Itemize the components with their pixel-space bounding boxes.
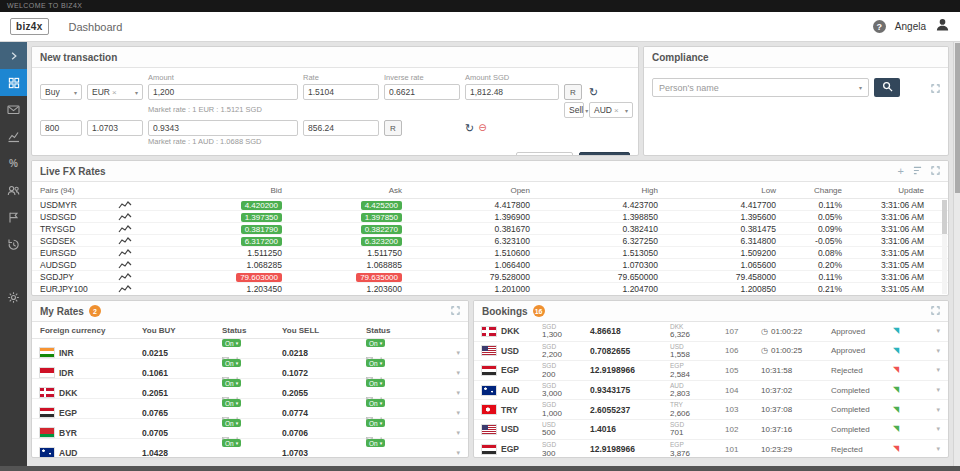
chart-icon[interactable] xyxy=(118,285,166,293)
sort-icon[interactable] xyxy=(913,165,922,177)
clear-icon[interactable]: × xyxy=(614,106,619,115)
rate-lock-button-sell[interactable]: R xyxy=(384,120,402,136)
fx-scrollbar[interactable] xyxy=(942,200,947,294)
help-icon[interactable]: ? xyxy=(873,20,886,33)
status-toggle[interactable]: On▾ xyxy=(366,439,385,447)
refresh-icon[interactable]: ↻ xyxy=(465,123,474,134)
status-toggle[interactable]: On▾ xyxy=(366,419,385,427)
row-expand-chevron-icon[interactable]: ▾ xyxy=(911,366,940,374)
status-toggle[interactable]: On▾ xyxy=(222,359,241,367)
row-expand-chevron-icon[interactable]: ▾ xyxy=(426,409,460,417)
booking-rate: 0.7082655 xyxy=(590,346,670,356)
fx-row[interactable]: TRYSGD 0.381790 0.382270 0.381670 0.3824… xyxy=(32,223,948,235)
add-pair-icon[interactable]: + xyxy=(898,165,904,177)
inverse-rate-input-sell[interactable] xyxy=(148,120,298,136)
compliance-search-button[interactable] xyxy=(874,78,900,97)
side-select-sell[interactable]: Sell▾ xyxy=(564,102,584,118)
chart-icon[interactable] xyxy=(118,249,166,257)
booking-row[interactable]: USD USD500 1.4016 SGD701 102 10:37:16 Co… xyxy=(474,420,948,440)
row-expand-chevron-icon[interactable]: ▾ xyxy=(911,425,940,433)
status-toggle[interactable]: On▾ xyxy=(222,339,241,347)
expand-icon[interactable] xyxy=(931,165,940,177)
row-expand-chevron-icon[interactable]: ▾ xyxy=(426,389,460,397)
booking-row[interactable]: TRY SGD1,000 2.6055237 TRY2,606 103 10:3… xyxy=(474,400,948,420)
expand-icon[interactable] xyxy=(451,305,460,317)
row-expand-chevron-icon[interactable]: ▾ xyxy=(911,327,940,335)
clear-icon[interactable]: × xyxy=(112,88,117,97)
currency-select-eur[interactable]: EUR×▾ xyxy=(87,84,143,100)
inverse-rate-input-buy[interactable] xyxy=(384,84,460,100)
row-expand-chevron-icon[interactable]: ▾ xyxy=(426,369,460,377)
row-expand-chevron-icon[interactable]: ▾ xyxy=(911,445,940,453)
status-toggle[interactable]: On▾ xyxy=(222,379,241,387)
status-toggle[interactable]: On▾ xyxy=(366,339,385,347)
rate-row[interactable]: IDR 0.1061 On▾ 0.1072 On▾ ▾ xyxy=(32,359,468,379)
rate-row[interactable]: BYR 0.0705 On▾ 0.0706 On▾ ▾ xyxy=(32,419,468,439)
sidebar-item-messages[interactable] xyxy=(0,96,27,123)
remove-row-icon[interactable]: ⊖ xyxy=(478,123,486,133)
fx-row[interactable]: EURJPY100 1.203450 1.203600 1.201000 1.2… xyxy=(32,283,948,295)
expand-icon[interactable] xyxy=(931,79,940,97)
avatar-icon[interactable] xyxy=(935,17,950,36)
window-scrollbar[interactable] xyxy=(953,42,960,466)
rate-row[interactable]: DKK 0.2051 On▾ 0.2055 On▾ ▾ xyxy=(32,379,468,399)
fx-row[interactable]: USDMYR 4.420200 4.425200 4.417800 4.4237… xyxy=(32,199,948,211)
fx-row[interactable]: EURSGD 1.511250 1.511750 1.510600 1.5130… xyxy=(32,247,948,259)
chart-icon[interactable] xyxy=(118,273,166,281)
chart-icon[interactable] xyxy=(118,213,166,221)
row-expand-chevron-icon[interactable]: ▾ xyxy=(426,349,460,357)
sidebar-item-dashboard[interactable] xyxy=(0,69,27,96)
status-toggle[interactable]: On▾ xyxy=(366,359,385,367)
chart-icon[interactable] xyxy=(118,261,166,269)
rate-lock-button-buy[interactable]: R xyxy=(564,84,582,100)
fx-row[interactable]: SGDSEK 6.317200 6.323200 6.323100 6.3272… xyxy=(32,235,948,247)
refresh-icon[interactable]: ↻ xyxy=(589,87,598,98)
row-expand-chevron-icon[interactable]: ▾ xyxy=(426,429,460,437)
row-expand-chevron-icon[interactable]: ▾ xyxy=(911,386,940,394)
row-expand-chevron-icon[interactable]: ▾ xyxy=(911,347,940,355)
status-toggle[interactable]: On▾ xyxy=(366,399,385,407)
sidebar-expand-icon[interactable] xyxy=(0,42,27,69)
rate-row[interactable]: EGP 0.0765 On▾ 0.0774 On▾ ▾ xyxy=(32,399,468,419)
status-toggle[interactable]: On▾ xyxy=(366,379,385,387)
row-expand-chevron-icon[interactable]: ▾ xyxy=(426,449,460,457)
chart-icon[interactable] xyxy=(118,201,166,209)
rate-input-buy[interactable] xyxy=(303,84,379,100)
sidebar-item-charts[interactable] xyxy=(0,123,27,150)
side-select-buy[interactable]: Buy▾ xyxy=(40,84,82,100)
sidebar-item-customers[interactable] xyxy=(0,177,27,204)
rate-row[interactable]: AUD 1.0428 On▾ 1.0703 On▾ ▾ xyxy=(32,439,468,458)
chart-icon[interactable] xyxy=(118,237,166,245)
expand-icon[interactable] xyxy=(931,305,940,317)
booking-row[interactable]: AUD SGD3,000 0.9343175 AUD2,803 104 10:3… xyxy=(474,381,948,401)
person-name-select[interactable]: Person's name▾ xyxy=(652,78,869,97)
booking-row[interactable]: DKK SGD1,300 4.86618 DKK6,326 107 ◷01:00… xyxy=(474,322,948,342)
sidebar-item-campaigns[interactable] xyxy=(0,204,27,231)
sidebar-item-settings[interactable] xyxy=(0,284,27,311)
status-toggle[interactable]: On▾ xyxy=(222,399,241,407)
currency-select-aud[interactable]: AUD×▾ xyxy=(589,102,633,118)
amount-sgd-input-sell[interactable] xyxy=(303,120,379,136)
booking-id: 102 xyxy=(725,425,761,434)
sidebar-item-rates[interactable]: % xyxy=(0,150,27,177)
row-expand-chevron-icon[interactable]: ▾ xyxy=(911,406,940,414)
reset-all-button[interactable]: Reset all xyxy=(516,152,573,156)
username-label[interactable]: Angela xyxy=(895,21,926,32)
amount-input-buy[interactable] xyxy=(148,84,298,100)
status-toggle[interactable]: On▾ xyxy=(222,439,241,447)
rate-row[interactable]: INR 0.0215 On▾ 0.0218 On▾ ▾ xyxy=(32,339,468,359)
status-toggle[interactable]: On▾ xyxy=(222,419,241,427)
amount-input-sell[interactable] xyxy=(40,120,82,136)
chart-icon[interactable] xyxy=(118,225,166,233)
bottom-scrollbar[interactable] xyxy=(0,466,960,471)
booking-row[interactable]: EGP SGD300 12.9198966 EGP3,876 101 10:23… xyxy=(474,440,948,458)
amount-sgd-input-buy[interactable] xyxy=(465,84,559,100)
booking-row[interactable]: EGP SGD200 12.9198966 EGP2,584 105 10:31… xyxy=(474,361,948,381)
fx-row[interactable]: USDSGD 1.397350 1.397850 1.396900 1.3988… xyxy=(32,211,948,223)
fx-row[interactable]: SGDJPY 79.603000 79.635000 79.528000 79.… xyxy=(32,271,948,283)
sidebar-item-history[interactable] xyxy=(0,231,27,258)
record-button[interactable]: Record xyxy=(579,152,630,156)
fx-row[interactable]: AUDSGD 1.068285 1.068885 1.066400 1.0703… xyxy=(32,259,948,271)
rate-input-sell[interactable] xyxy=(87,120,143,136)
booking-row[interactable]: USD SGD2,200 0.7082655 USD1,558 106 ◷01:… xyxy=(474,342,948,362)
